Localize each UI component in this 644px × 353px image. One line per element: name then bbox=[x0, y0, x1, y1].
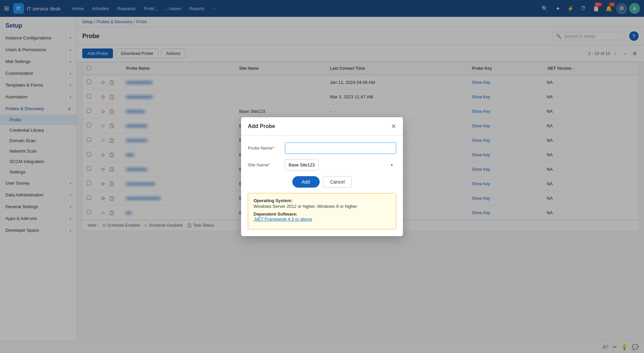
chevron-down-icon: ▾ bbox=[391, 163, 393, 167]
os-section: Operating System: Windows Server 2012 or… bbox=[254, 198, 390, 209]
modal-header: Add Probe ✕ bbox=[241, 117, 403, 136]
site-name-select-wrapper: Base Site123 ▾ bbox=[285, 159, 396, 171]
info-box: Operating System: Windows Server 2012 or… bbox=[248, 193, 396, 229]
modal-close-button[interactable]: ✕ bbox=[391, 123, 396, 130]
modal-actions: Add Cancel bbox=[248, 176, 396, 188]
site-name-label: Site Name* bbox=[248, 162, 285, 167]
required-indicator: * bbox=[268, 162, 270, 167]
probe-name-row: Probe Name* bbox=[248, 142, 396, 154]
probe-name-label: Probe Name* bbox=[248, 146, 285, 151]
site-name-select[interactable]: Base Site123 bbox=[285, 159, 319, 171]
required-indicator: * bbox=[272, 146, 274, 151]
modal-cancel-button[interactable]: Cancel bbox=[323, 176, 352, 188]
site-name-row: Site Name* Base Site123 ▾ bbox=[248, 159, 396, 171]
dep-link[interactable]: .NET Framework 4.5 or above bbox=[254, 217, 312, 222]
dep-label: Dependent Software: bbox=[254, 212, 390, 217]
dep-section: Dependent Software: .NET Framework 4.5 o… bbox=[254, 212, 390, 222]
modal-body: Probe Name* Site Name* Base Site123 ▾ Ad… bbox=[241, 136, 403, 236]
os-label: Operating System: bbox=[254, 198, 390, 203]
modal-add-button[interactable]: Add bbox=[292, 176, 320, 188]
modal-title: Add Probe bbox=[248, 123, 275, 129]
modal-overlay[interactable]: Add Probe ✕ Probe Name* Site Name* Base … bbox=[0, 0, 644, 353]
os-value: Windows Server 2012 or higher, Windows 8… bbox=[254, 204, 390, 209]
probe-name-input[interactable] bbox=[285, 142, 396, 154]
add-probe-modal: Add Probe ✕ Probe Name* Site Name* Base … bbox=[241, 117, 403, 236]
